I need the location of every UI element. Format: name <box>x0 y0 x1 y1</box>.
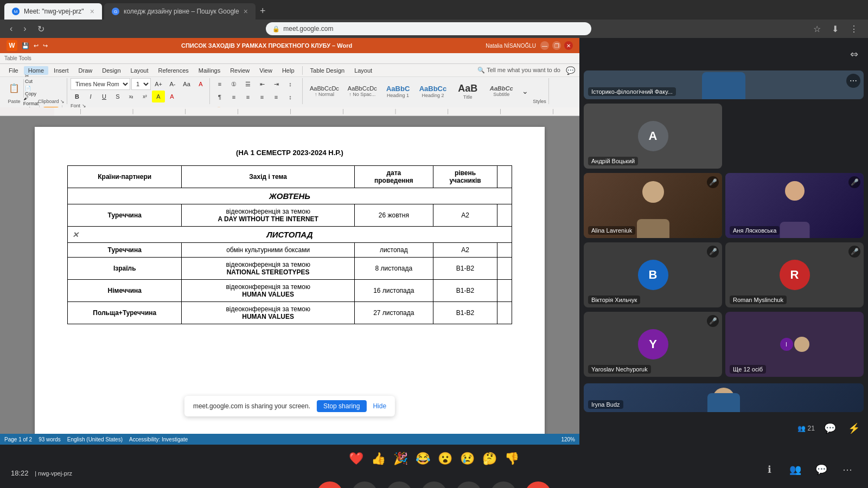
reaction-thinking[interactable]: 🤔 <box>482 452 497 466</box>
more-avatar-i: I <box>780 338 793 351</box>
tab-meet[interactable]: M Meet: "nwg-vpej-prz" × <box>4 3 102 20</box>
menu-table-layout[interactable]: Layout <box>350 66 376 75</box>
styles-dropdown[interactable]: ⌄ <box>519 85 532 97</box>
presenter-more-button[interactable]: ⋯ <box>846 74 860 88</box>
close-button[interactable]: ✕ <box>564 41 573 50</box>
tab-google-close[interactable]: × <box>244 7 248 16</box>
subscript-button[interactable]: x₂ <box>125 91 138 102</box>
align-center-button[interactable]: ≡ <box>241 91 254 103</box>
menu-design[interactable]: Design <box>98 66 125 75</box>
superscript-button[interactable]: x² <box>138 91 151 102</box>
emoji-button[interactable]: 😊 <box>421 481 447 488</box>
download-button[interactable]: ⬇ <box>828 23 842 35</box>
font-size-selector[interactable]: 13 <box>131 78 151 90</box>
cut-button[interactable]: ✂ Cut <box>24 73 37 85</box>
menu-draw[interactable]: Draw <box>74 66 97 75</box>
hide-button[interactable]: Hide <box>373 402 386 410</box>
mute-button[interactable]: 🎤 <box>317 481 343 488</box>
reaction-heart[interactable]: ❤️ <box>349 452 363 466</box>
country-turkey-1: Туреччина <box>68 204 182 227</box>
sidebar-expand-button[interactable]: ⇔ <box>844 44 864 64</box>
reaction-thumbsup[interactable]: 👍 <box>371 452 386 466</box>
more-meet-button[interactable]: ⋯ <box>838 460 857 479</box>
end-call-button[interactable]: 📞 <box>520 476 557 488</box>
menu-mailings[interactable]: Mailings <box>194 66 225 75</box>
multilevel-button[interactable]: ☰ <box>241 78 254 90</box>
menu-view[interactable]: View <box>255 66 277 75</box>
menu-table-design[interactable]: Table Design <box>306 66 349 75</box>
menu-review[interactable]: Review <box>226 66 254 75</box>
address-bar[interactable]: 🔒 meet.google.com <box>266 22 591 35</box>
menu-insert[interactable]: Insert <box>49 66 73 75</box>
more-options-meet-button[interactable]: ⋮ <box>490 481 516 488</box>
menu-layout[interactable]: Layout <box>126 66 153 75</box>
stop-sharing-button[interactable]: Stop sharing <box>317 400 366 412</box>
more-options-button[interactable]: ⋮ <box>846 23 861 35</box>
date-turkey-2: листопад <box>354 243 433 258</box>
nav-forward-button[interactable]: › <box>20 23 29 35</box>
numbering-button[interactable]: ① <box>227 78 240 90</box>
camera-button[interactable]: 📹 <box>352 481 378 488</box>
clear-format-button[interactable]: Aa <box>180 78 193 90</box>
show-marks-button[interactable]: ¶ <box>213 91 226 103</box>
font-shrink-button[interactable]: A- <box>166 78 179 90</box>
participants-count-button[interactable]: 👥 21 <box>796 419 816 438</box>
menu-file[interactable]: File <box>4 66 23 75</box>
word-logo: W <box>7 40 17 51</box>
sort-button[interactable]: ↕ <box>284 78 297 90</box>
increase-indent-button[interactable]: ⇥ <box>270 78 283 90</box>
menu-references[interactable]: References <box>154 66 193 75</box>
chat-button[interactable]: 💬 <box>820 419 840 438</box>
tab-google[interactable]: G коледж дизайну рівне – Пошук Google × <box>104 3 256 20</box>
menu-help[interactable]: Help <box>278 66 299 75</box>
reaction-laugh[interactable]: 😂 <box>416 452 430 466</box>
style-normal[interactable]: AaBbCcDc ↑ Normal <box>306 79 343 103</box>
reaction-wow[interactable]: 😮 <box>438 452 452 466</box>
text-effects-button[interactable]: A <box>194 78 207 90</box>
strikethrough-button[interactable]: S <box>111 91 124 102</box>
raise-hand-button[interactable]: ✋ <box>456 481 482 488</box>
style-heading2[interactable]: AaBbCc Heading 2 <box>416 79 451 103</box>
people-button[interactable]: 👥 <box>786 460 805 479</box>
chat-side-button[interactable]: 💬 <box>812 460 831 479</box>
font-grow-button[interactable]: A+ <box>152 78 165 90</box>
bold-button[interactable]: B <box>71 91 84 102</box>
font-color-button[interactable]: A <box>165 91 178 102</box>
nav-refresh-button[interactable]: ↻ <box>34 23 48 35</box>
underline-button[interactable]: U <box>98 91 111 102</box>
paste-button[interactable]: 📋 <box>4 79 24 98</box>
redo-button[interactable]: ↪ <box>43 42 48 49</box>
clipboard-group: 📋 Paste ✂ Cut 📄 Copy 🖌 Format Painter Cl… <box>2 78 67 104</box>
style-subtitle[interactable]: AaBbCc Subtitle <box>485 79 518 103</box>
style-title[interactable]: AaB Title <box>451 79 484 103</box>
bookmark-button[interactable]: ☆ <box>810 23 824 35</box>
present-button[interactable]: 📤 <box>386 481 412 488</box>
reaction-thumbsdown[interactable]: 👎 <box>505 452 519 466</box>
word-user: Natalia NİSANOĞLU <box>486 43 536 49</box>
justify-button[interactable]: ≡ <box>270 91 283 103</box>
undo-button[interactable]: ↩ <box>34 42 39 49</box>
align-right-button[interactable]: ≡ <box>256 91 269 103</box>
nav-back-button[interactable]: ‹ <box>7 23 16 35</box>
tell-me-button[interactable]: 🔍 Tell me what you want to do <box>477 67 560 74</box>
new-tab-button[interactable]: + <box>260 5 274 20</box>
highlight-button[interactable]: A <box>152 91 165 102</box>
minimize-button[interactable]: — <box>540 41 549 50</box>
extra-germany <box>497 280 512 302</box>
style-no-spacing[interactable]: AaBbCcDc ↑ No Spac... <box>344 79 381 103</box>
save-icon[interactable]: 💾 <box>22 42 29 49</box>
reaction-sad[interactable]: 😢 <box>460 452 475 466</box>
reaction-celebrate[interactable]: 🎉 <box>393 452 408 466</box>
decrease-indent-button[interactable]: ⇤ <box>256 78 269 90</box>
line-spacing-button[interactable]: ↕ <box>284 91 297 103</box>
bullets-button[interactable]: ≡ <box>213 78 226 90</box>
comments-button[interactable]: 💬 <box>566 66 575 75</box>
activities-button[interactable]: ⚡ <box>844 419 864 438</box>
style-heading1[interactable]: AaBbC Heading 1 <box>382 79 414 103</box>
tab-meet-close[interactable]: × <box>90 7 94 16</box>
info-button[interactable]: ℹ <box>760 460 779 479</box>
restore-button[interactable]: ❐ <box>552 41 561 50</box>
align-left-button[interactable]: ≡ <box>227 91 240 103</box>
italic-button[interactable]: I <box>84 91 97 102</box>
font-family-selector[interactable]: Times New Roman <box>71 78 130 90</box>
